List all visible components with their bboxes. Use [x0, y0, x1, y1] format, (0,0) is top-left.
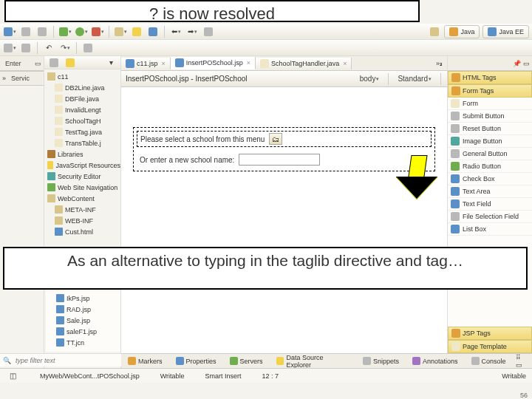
cut-button[interactable]: [81, 41, 95, 55]
design-canvas[interactable]: Please select a school from this menu 🗂 …: [121, 87, 447, 365]
back-button[interactable]: ⬅▾: [169, 25, 183, 38]
form-drawer-icon: [451, 86, 460, 95]
tree-item[interactable]: TT.jcn: [47, 337, 120, 348]
file-icon: [55, 95, 63, 103]
tree-label: Libraries: [58, 151, 83, 158]
drawer-icon: [451, 329, 460, 338]
palette-item[interactable]: File Selection Field: [448, 211, 532, 223]
bottom-view-tab[interactable]: Console: [468, 356, 510, 366]
file-icon: [47, 183, 55, 191]
tree-item[interactable]: WEB-INF: [46, 215, 120, 226]
nav-back-button[interactable]: ▾: [3, 41, 16, 55]
new-package-button[interactable]: [146, 25, 160, 38]
tab-services[interactable]: Servic: [8, 74, 33, 83]
palette-item-icon: [451, 99, 460, 108]
bottom-view-tab[interactable]: Servers: [226, 356, 267, 366]
bottom-view-tab[interactable]: Annotations: [409, 356, 462, 366]
stop-button[interactable]: [202, 25, 215, 38]
external-tools-button[interactable]: ▾: [91, 25, 104, 38]
palette-item[interactable]: Image Button: [448, 135, 532, 148]
link-editor-button[interactable]: [64, 56, 77, 69]
school-name-input[interactable]: [239, 154, 320, 166]
tree-item[interactable]: JavaScript Resources: [46, 160, 120, 171]
bottom-view-tab[interactable]: Snippets: [359, 356, 403, 366]
tree-item[interactable]: RAD.jsp: [47, 304, 120, 315]
search-button[interactable]: [130, 25, 143, 38]
editor-tab[interactable]: InsertPOSchool.jsp×: [171, 57, 256, 69]
collapse-all-button[interactable]: [47, 56, 61, 69]
views-toolbar[interactable]: ⠿ ▭: [516, 354, 529, 369]
tree-item[interactable]: DB2Line.java: [46, 82, 120, 93]
tree-item[interactable]: TestTag.java: [46, 126, 120, 137]
style-selector[interactable]: Standard ▾: [398, 72, 432, 86]
palette-item[interactable]: List Box: [448, 223, 532, 236]
minimize-icon[interactable]: ▭: [523, 60, 530, 67]
palette-item[interactable]: General Button: [448, 148, 532, 160]
editor-area: c11.jsp×InsertPOSchool.jsp×SchoolTagHand…: [121, 56, 448, 380]
tree-item[interactable]: saleF1.jsp: [47, 326, 120, 337]
palette-drawer-html[interactable]: HTML Tags: [448, 71, 532, 84]
palette-item-label: Image Button: [463, 137, 502, 145]
tree-item[interactable]: META-INF: [46, 204, 120, 215]
tree-item[interactable]: Security Editor: [46, 171, 120, 182]
forward-button[interactable]: ➡▾: [185, 25, 199, 38]
palette-item[interactable]: Text Area: [448, 185, 532, 198]
palette-item[interactable]: Form: [448, 98, 532, 110]
tab-enterprise-explorer[interactable]: Enter: [2, 59, 24, 68]
new-menu-button[interactable]: ▾: [3, 25, 16, 38]
palette-drawer[interactable]: Page Template: [448, 340, 532, 353]
tree-item[interactable]: SchoolTagH: [46, 115, 120, 126]
close-icon[interactable]: ×: [162, 60, 166, 67]
drawer-icon: [451, 342, 460, 351]
tree-item[interactable]: TransTable.j: [46, 137, 120, 149]
close-icon[interactable]: ×: [343, 60, 347, 67]
filter-input[interactable]: [16, 357, 104, 364]
editor-tab[interactable]: SchoolTagHandler.java×: [256, 58, 352, 69]
open-type-button[interactable]: ▾: [114, 25, 127, 38]
palette-item[interactable]: Check Box: [448, 173, 532, 185]
editor-tab[interactable]: c11.jsp×: [121, 58, 171, 69]
tree-item[interactable]: Web Site Navigation: [46, 182, 120, 193]
run-menu-button[interactable]: ▾: [75, 25, 88, 38]
palette-item-label: Form: [463, 100, 478, 107]
palette-drawer-form[interactable]: Form Tags: [448, 84, 532, 98]
view-icon: [412, 357, 420, 365]
palette-item[interactable]: Submit Button: [448, 110, 532, 123]
tree-item[interactable]: Cust.html: [46, 226, 120, 237]
tree-item[interactable]: c11: [46, 71, 120, 82]
tree-item[interactable]: WebContent: [46, 193, 120, 204]
bottom-view-tab[interactable]: Data Source Explorer: [273, 353, 353, 369]
show-whitespace-button[interactable]: ◫: [6, 369, 19, 383]
undo-button[interactable]: ↶: [42, 41, 55, 55]
perspective-java[interactable]: Java: [444, 25, 480, 38]
status-bar: ◫ MyWeb/WebCont...tPOSchool.jsp Writable…: [0, 368, 532, 383]
view-menu-button[interactable]: ▾: [104, 56, 117, 69]
tree-item[interactable]: Sale.jsp: [47, 315, 120, 326]
redo-button[interactable]: ↷▾: [58, 41, 72, 55]
minimize-icon[interactable]: ▭: [35, 60, 41, 67]
element-selector[interactable]: body ▾: [360, 72, 380, 86]
tree-label: Security Editor: [58, 173, 101, 180]
lookup-icon[interactable]: 🗂: [269, 133, 282, 145]
chevron-icon[interactable]: »: [2, 75, 6, 82]
tree-item[interactable]: Libraries: [46, 149, 120, 160]
palette-item[interactable]: Radio Button: [448, 160, 532, 173]
palette-drawer[interactable]: JSP Tags: [448, 327, 532, 340]
print-button[interactable]: [35, 25, 49, 38]
more-tabs-button[interactable]: »₃: [432, 60, 447, 67]
palette-pin-icon[interactable]: 📌: [513, 60, 521, 67]
save-button[interactable]: [19, 25, 33, 38]
tree-item[interactable]: InvalidLengt: [46, 104, 120, 115]
tree-item[interactable]: IkPs.jsp: [47, 293, 120, 304]
nav-fwd-button[interactable]: [19, 41, 33, 55]
bottom-view-tab[interactable]: Markers: [124, 356, 166, 366]
perspective-javaee[interactable]: Java EE: [482, 25, 529, 38]
palette-item[interactable]: Text Field: [448, 198, 532, 211]
open-perspective-button[interactable]: [428, 25, 441, 38]
java-icon: [449, 27, 458, 36]
close-icon[interactable]: ×: [247, 59, 250, 66]
tree-item[interactable]: DBFile.java: [46, 93, 120, 104]
palette-item[interactable]: Reset Button: [448, 123, 532, 135]
bottom-view-tab[interactable]: Properties: [172, 356, 220, 366]
debug-menu-button[interactable]: ▾: [58, 25, 72, 38]
